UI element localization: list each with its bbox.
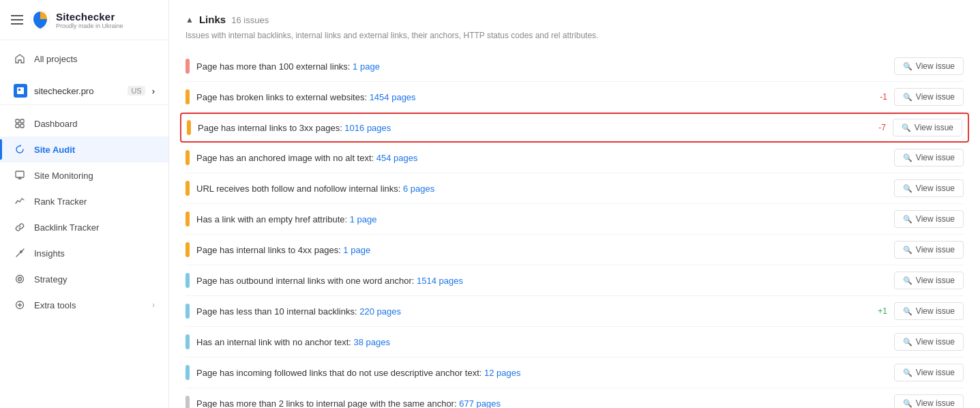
logo-icon xyxy=(30,10,50,30)
sidebar-item-all-projects-label: All projects xyxy=(34,54,155,64)
project-favicon xyxy=(14,84,27,98)
issue-count: 38 pages xyxy=(354,337,391,347)
issue-severity-dot xyxy=(185,273,190,288)
search-icon: 🔍 xyxy=(902,123,911,132)
sidebar-item-extra-tools-label: Extra tools xyxy=(34,300,144,310)
view-issue-button[interactable]: 🔍 View issue xyxy=(894,364,964,381)
sidebar-item-rank-tracker-label: Rank Tracker xyxy=(34,196,155,207)
svg-point-11 xyxy=(19,278,20,280)
issue-row: Page has broken links to external websit… xyxy=(185,82,964,113)
section-header: ▲ Links 16 issues xyxy=(185,14,964,25)
grid-icon xyxy=(14,117,26,130)
logo: Sitechecker Proudly made in Ukraine xyxy=(30,10,123,30)
main-content: ▲ Links 16 issues Issues with internal b… xyxy=(169,0,980,408)
view-issue-button[interactable]: 🔍 View issue xyxy=(894,333,964,351)
svg-rect-4 xyxy=(20,119,24,123)
issue-row: Has an internal link with no anchor text… xyxy=(185,327,964,358)
issue-row: URL receives both follow and nofollow in… xyxy=(185,173,964,204)
issue-row: Page has less than 10 internal backlinks… xyxy=(185,296,964,327)
issue-severity-dot xyxy=(187,120,191,135)
logo-title: Sitechecker xyxy=(56,11,123,23)
view-issue-button[interactable]: 🔍 View issue xyxy=(894,210,964,228)
view-issue-button[interactable]: 🔍 View issue xyxy=(894,272,964,289)
issue-count: 1 page xyxy=(353,61,380,72)
issue-count: 677 pages xyxy=(459,398,501,409)
logo-subtitle: Proudly made in Ukraine xyxy=(56,23,123,29)
issue-count: 1454 pages xyxy=(370,92,416,102)
issue-text: URL receives both follow and nofollow in… xyxy=(196,184,864,194)
sidebar-item-site-monitoring[interactable]: Site Monitoring xyxy=(0,162,168,188)
sidebar-item-strategy[interactable]: Strategy xyxy=(0,266,168,292)
svg-rect-3 xyxy=(16,119,19,123)
sidebar-item-site-audit[interactable]: Site Audit xyxy=(0,136,168,162)
sidebar-item-insights[interactable]: Insights xyxy=(0,240,168,266)
issue-severity-dot xyxy=(185,334,190,349)
sidebar-item-strategy-label: Strategy xyxy=(34,274,155,285)
project-badge: US xyxy=(128,86,145,96)
sidebar-item-rank-tracker[interactable]: Rank Tracker xyxy=(0,188,168,214)
hamburger-menu[interactable] xyxy=(11,15,23,25)
issue-count: 1514 pages xyxy=(417,276,463,286)
rotate-icon xyxy=(14,143,26,156)
sidebar-item-backlink-tracker[interactable]: Backlink Tracker xyxy=(0,214,168,240)
issue-severity-dot xyxy=(185,304,190,319)
search-icon: 🔍 xyxy=(903,154,912,162)
section-title: Links 16 issues xyxy=(199,14,269,25)
issue-text: Page has broken links to external websit… xyxy=(196,92,864,102)
sidebar-item-dashboard[interactable]: Dashboard xyxy=(0,111,168,136)
sidebar-item-site-audit-label: Site Audit xyxy=(34,145,155,155)
issues-list: Page has more than 100 external links: 1… xyxy=(185,51,964,408)
project-item[interactable]: sitechecker.pro US › xyxy=(0,77,168,105)
sidebar-item-backlink-tracker-label: Backlink Tracker xyxy=(34,222,155,233)
issue-severity-dot xyxy=(185,89,190,104)
nav-section: Dashboard Site Audit Site Monitoring Ran… xyxy=(0,105,168,323)
all-projects-section: All projects xyxy=(0,40,168,77)
view-issue-button[interactable]: 🔍 View issue xyxy=(894,88,964,106)
view-issue-button[interactable]: 🔍 View issue xyxy=(894,149,964,166)
extra-tools-chevron: › xyxy=(152,300,155,310)
view-issue-button[interactable]: 🔍 View issue xyxy=(894,302,964,320)
project-chevron: › xyxy=(152,86,155,96)
issue-row: Page has an anchored image with no alt t… xyxy=(185,143,964,173)
sidebar-item-all-projects[interactable]: All projects xyxy=(0,46,168,72)
issue-text: Page has incoming followed links that do… xyxy=(196,368,864,378)
search-icon: 🔍 xyxy=(903,368,912,377)
issue-text: Page has internal links to 3xx pages: 10… xyxy=(198,123,863,133)
search-icon: 🔍 xyxy=(903,338,912,347)
view-issue-button[interactable]: 🔍 View issue xyxy=(893,119,962,136)
issue-severity-dot xyxy=(185,365,190,380)
project-name: sitechecker.pro xyxy=(34,86,121,96)
search-icon: 🔍 xyxy=(903,276,912,285)
svg-rect-5 xyxy=(16,124,19,128)
sidebar: Sitechecker Proudly made in Ukraine All … xyxy=(0,0,169,408)
issue-text: Page has outbound internal links with on… xyxy=(196,276,864,286)
issue-text: Page has internal links to 4xx pages: 1 … xyxy=(196,245,864,255)
svg-rect-6 xyxy=(20,124,24,128)
issue-text: Page has an anchored image with no alt t… xyxy=(196,153,864,163)
view-issue-button[interactable]: 🔍 View issue xyxy=(894,179,964,197)
section-issue-count: 16 issues xyxy=(231,15,269,25)
search-icon: 🔍 xyxy=(903,246,912,254)
sidebar-item-extra-tools[interactable]: Extra tools › xyxy=(0,292,168,318)
issue-delta: -7 xyxy=(870,123,886,132)
issue-count: 1 page xyxy=(343,245,370,255)
issue-count: 1016 pages xyxy=(344,123,391,133)
view-issue-button[interactable]: 🔍 View issue xyxy=(894,394,964,408)
issue-row: Page has incoming followed links that do… xyxy=(185,358,964,388)
issue-row: Page has internal links to 3xx pages: 10… xyxy=(180,113,969,143)
issue-text: Page has more than 2 links to internal p… xyxy=(196,398,864,409)
search-icon: 🔍 xyxy=(903,307,912,316)
issue-severity-dot xyxy=(185,396,190,408)
sidebar-item-dashboard-label: Dashboard xyxy=(34,119,155,129)
issue-severity-dot xyxy=(185,212,190,227)
collapse-button[interactable]: ▲ xyxy=(185,15,194,25)
issue-severity-dot xyxy=(185,59,190,74)
view-issue-button[interactable]: 🔍 View issue xyxy=(894,57,964,75)
search-icon: 🔍 xyxy=(903,215,912,224)
view-issue-button[interactable]: 🔍 View issue xyxy=(894,241,964,259)
sidebar-header: Sitechecker Proudly made in Ukraine xyxy=(0,0,168,40)
issue-count: 12 pages xyxy=(484,368,521,378)
search-icon: 🔍 xyxy=(903,184,912,193)
issue-row: Page has more than 2 links to internal p… xyxy=(185,388,964,408)
monitor-icon xyxy=(14,169,26,181)
